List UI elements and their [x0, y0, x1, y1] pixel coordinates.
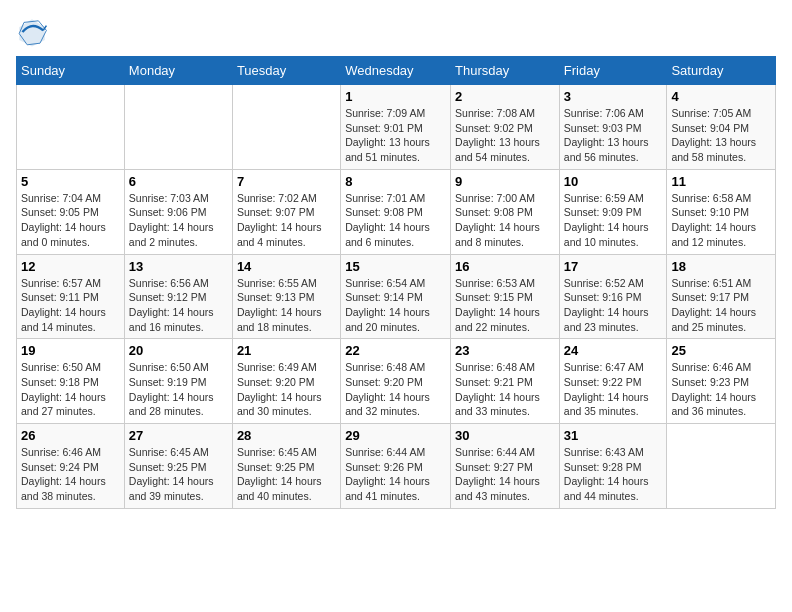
calendar-cell: 20Sunrise: 6:50 AM Sunset: 9:19 PM Dayli…	[124, 339, 232, 424]
day-info: Sunrise: 6:53 AM Sunset: 9:15 PM Dayligh…	[455, 276, 555, 335]
day-header-wednesday: Wednesday	[341, 57, 451, 85]
day-header-friday: Friday	[559, 57, 667, 85]
day-info: Sunrise: 6:50 AM Sunset: 9:18 PM Dayligh…	[21, 360, 120, 419]
day-number: 24	[564, 343, 663, 358]
calendar-week-3: 12Sunrise: 6:57 AM Sunset: 9:11 PM Dayli…	[17, 254, 776, 339]
calendar-cell: 21Sunrise: 6:49 AM Sunset: 9:20 PM Dayli…	[232, 339, 340, 424]
day-number: 21	[237, 343, 336, 358]
calendar-cell: 1Sunrise: 7:09 AM Sunset: 9:01 PM Daylig…	[341, 85, 451, 170]
day-number: 28	[237, 428, 336, 443]
day-number: 4	[671, 89, 771, 104]
calendar-cell: 19Sunrise: 6:50 AM Sunset: 9:18 PM Dayli…	[17, 339, 125, 424]
day-info: Sunrise: 6:48 AM Sunset: 9:21 PM Dayligh…	[455, 360, 555, 419]
day-number: 6	[129, 174, 228, 189]
day-info: Sunrise: 6:44 AM Sunset: 9:26 PM Dayligh…	[345, 445, 446, 504]
day-info: Sunrise: 6:46 AM Sunset: 9:24 PM Dayligh…	[21, 445, 120, 504]
day-info: Sunrise: 7:02 AM Sunset: 9:07 PM Dayligh…	[237, 191, 336, 250]
day-header-sunday: Sunday	[17, 57, 125, 85]
calendar-week-4: 19Sunrise: 6:50 AM Sunset: 9:18 PM Dayli…	[17, 339, 776, 424]
day-number: 30	[455, 428, 555, 443]
day-number: 10	[564, 174, 663, 189]
day-number: 5	[21, 174, 120, 189]
calendar-cell	[17, 85, 125, 170]
calendar-cell: 29Sunrise: 6:44 AM Sunset: 9:26 PM Dayli…	[341, 424, 451, 509]
calendar-cell: 25Sunrise: 6:46 AM Sunset: 9:23 PM Dayli…	[667, 339, 776, 424]
day-header-monday: Monday	[124, 57, 232, 85]
calendar-cell: 5Sunrise: 7:04 AM Sunset: 9:05 PM Daylig…	[17, 169, 125, 254]
calendar-cell: 24Sunrise: 6:47 AM Sunset: 9:22 PM Dayli…	[559, 339, 667, 424]
calendar-cell: 10Sunrise: 6:59 AM Sunset: 9:09 PM Dayli…	[559, 169, 667, 254]
calendar-week-2: 5Sunrise: 7:04 AM Sunset: 9:05 PM Daylig…	[17, 169, 776, 254]
calendar-cell: 16Sunrise: 6:53 AM Sunset: 9:15 PM Dayli…	[451, 254, 560, 339]
day-number: 27	[129, 428, 228, 443]
day-info: Sunrise: 7:05 AM Sunset: 9:04 PM Dayligh…	[671, 106, 771, 165]
day-info: Sunrise: 7:09 AM Sunset: 9:01 PM Dayligh…	[345, 106, 446, 165]
day-info: Sunrise: 6:48 AM Sunset: 9:20 PM Dayligh…	[345, 360, 446, 419]
calendar-cell: 8Sunrise: 7:01 AM Sunset: 9:08 PM Daylig…	[341, 169, 451, 254]
calendar-cell: 6Sunrise: 7:03 AM Sunset: 9:06 PM Daylig…	[124, 169, 232, 254]
day-info: Sunrise: 7:01 AM Sunset: 9:08 PM Dayligh…	[345, 191, 446, 250]
day-number: 7	[237, 174, 336, 189]
day-number: 1	[345, 89, 446, 104]
page-header	[16, 16, 776, 48]
calendar-cell: 17Sunrise: 6:52 AM Sunset: 9:16 PM Dayli…	[559, 254, 667, 339]
day-number: 15	[345, 259, 446, 274]
calendar-cell: 30Sunrise: 6:44 AM Sunset: 9:27 PM Dayli…	[451, 424, 560, 509]
calendar-table: SundayMondayTuesdayWednesdayThursdayFrid…	[16, 56, 776, 509]
day-number: 23	[455, 343, 555, 358]
day-number: 14	[237, 259, 336, 274]
day-info: Sunrise: 6:43 AM Sunset: 9:28 PM Dayligh…	[564, 445, 663, 504]
day-info: Sunrise: 6:58 AM Sunset: 9:10 PM Dayligh…	[671, 191, 771, 250]
day-number: 31	[564, 428, 663, 443]
day-info: Sunrise: 7:00 AM Sunset: 9:08 PM Dayligh…	[455, 191, 555, 250]
day-number: 2	[455, 89, 555, 104]
calendar-week-5: 26Sunrise: 6:46 AM Sunset: 9:24 PM Dayli…	[17, 424, 776, 509]
day-info: Sunrise: 6:57 AM Sunset: 9:11 PM Dayligh…	[21, 276, 120, 335]
calendar-cell	[124, 85, 232, 170]
day-info: Sunrise: 6:44 AM Sunset: 9:27 PM Dayligh…	[455, 445, 555, 504]
day-number: 20	[129, 343, 228, 358]
calendar-cell	[667, 424, 776, 509]
day-info: Sunrise: 6:49 AM Sunset: 9:20 PM Dayligh…	[237, 360, 336, 419]
calendar-header-row: SundayMondayTuesdayWednesdayThursdayFrid…	[17, 57, 776, 85]
calendar-cell: 18Sunrise: 6:51 AM Sunset: 9:17 PM Dayli…	[667, 254, 776, 339]
calendar-cell: 11Sunrise: 6:58 AM Sunset: 9:10 PM Dayli…	[667, 169, 776, 254]
calendar-cell: 22Sunrise: 6:48 AM Sunset: 9:20 PM Dayli…	[341, 339, 451, 424]
calendar-cell: 26Sunrise: 6:46 AM Sunset: 9:24 PM Dayli…	[17, 424, 125, 509]
day-number: 13	[129, 259, 228, 274]
day-number: 16	[455, 259, 555, 274]
day-info: Sunrise: 7:03 AM Sunset: 9:06 PM Dayligh…	[129, 191, 228, 250]
day-header-tuesday: Tuesday	[232, 57, 340, 85]
day-info: Sunrise: 6:59 AM Sunset: 9:09 PM Dayligh…	[564, 191, 663, 250]
day-header-saturday: Saturday	[667, 57, 776, 85]
day-info: Sunrise: 7:06 AM Sunset: 9:03 PM Dayligh…	[564, 106, 663, 165]
day-info: Sunrise: 6:51 AM Sunset: 9:17 PM Dayligh…	[671, 276, 771, 335]
calendar-cell: 9Sunrise: 7:00 AM Sunset: 9:08 PM Daylig…	[451, 169, 560, 254]
calendar-cell: 4Sunrise: 7:05 AM Sunset: 9:04 PM Daylig…	[667, 85, 776, 170]
calendar-cell	[232, 85, 340, 170]
day-header-thursday: Thursday	[451, 57, 560, 85]
day-info: Sunrise: 7:04 AM Sunset: 9:05 PM Dayligh…	[21, 191, 120, 250]
day-number: 22	[345, 343, 446, 358]
day-number: 9	[455, 174, 555, 189]
day-info: Sunrise: 6:52 AM Sunset: 9:16 PM Dayligh…	[564, 276, 663, 335]
calendar-cell: 12Sunrise: 6:57 AM Sunset: 9:11 PM Dayli…	[17, 254, 125, 339]
day-number: 11	[671, 174, 771, 189]
day-info: Sunrise: 6:45 AM Sunset: 9:25 PM Dayligh…	[129, 445, 228, 504]
calendar-week-1: 1Sunrise: 7:09 AM Sunset: 9:01 PM Daylig…	[17, 85, 776, 170]
day-info: Sunrise: 6:46 AM Sunset: 9:23 PM Dayligh…	[671, 360, 771, 419]
day-number: 29	[345, 428, 446, 443]
calendar-cell: 3Sunrise: 7:06 AM Sunset: 9:03 PM Daylig…	[559, 85, 667, 170]
calendar-cell: 28Sunrise: 6:45 AM Sunset: 9:25 PM Dayli…	[232, 424, 340, 509]
calendar-cell: 2Sunrise: 7:08 AM Sunset: 9:02 PM Daylig…	[451, 85, 560, 170]
logo-icon	[16, 16, 48, 48]
day-number: 18	[671, 259, 771, 274]
calendar-cell: 7Sunrise: 7:02 AM Sunset: 9:07 PM Daylig…	[232, 169, 340, 254]
logo	[16, 16, 52, 48]
calendar-cell: 31Sunrise: 6:43 AM Sunset: 9:28 PM Dayli…	[559, 424, 667, 509]
day-info: Sunrise: 6:55 AM Sunset: 9:13 PM Dayligh…	[237, 276, 336, 335]
day-info: Sunrise: 6:47 AM Sunset: 9:22 PM Dayligh…	[564, 360, 663, 419]
day-info: Sunrise: 6:56 AM Sunset: 9:12 PM Dayligh…	[129, 276, 228, 335]
day-number: 3	[564, 89, 663, 104]
calendar-cell: 23Sunrise: 6:48 AM Sunset: 9:21 PM Dayli…	[451, 339, 560, 424]
